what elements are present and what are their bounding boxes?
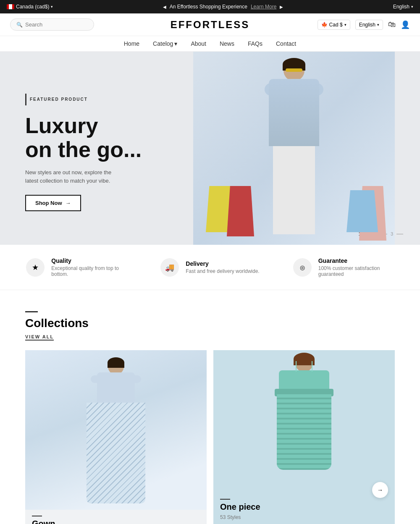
guarantee-icon: ◎ — [293, 258, 312, 277]
collections-grid: Gown 53 Styles — [25, 350, 395, 524]
shop-now-button[interactable]: Shop Now → — [25, 195, 81, 211]
hero-illustration — [193, 52, 395, 245]
cart-button[interactable]: 🛍 — [388, 20, 396, 29]
top-bar-promo: ◀ An Effortless Shopping Experience Lear… — [163, 4, 284, 10]
op-strap-left — [296, 361, 297, 372]
person-body — [269, 79, 319, 146]
promo-prev-button[interactable]: ◀ — [163, 5, 166, 9]
search-bar[interactable]: 🔍 — [10, 18, 94, 31]
currency-selector[interactable]: 🍁 Cad $ ▾ — [318, 20, 350, 30]
featured-text: FEATURED PRODUCT — [30, 97, 88, 102]
bag-blue — [346, 190, 378, 232]
language-dropdown-icon: ▾ — [377, 23, 379, 27]
catelog-dropdown-icon: ▾ — [174, 40, 177, 47]
main-nav: Home Catelog ▾ About News FAQs Contact — [0, 36, 420, 52]
nav-faqs[interactable]: FAQs — [248, 40, 262, 47]
collections-header: Collections VIEW ALL — [25, 311, 395, 340]
hero-image — [168, 52, 420, 245]
op-top — [279, 370, 329, 391]
delivery-icon: 🚚 — [160, 258, 179, 277]
region-label: Canada (cad$) — [16, 4, 49, 10]
quality-icon: ★ — [26, 258, 45, 277]
collections-section: Collections VIEW ALL Gown 53 — [0, 290, 420, 524]
onepiece-arrow-button[interactable]: → — [372, 482, 388, 498]
account-button[interactable]: 👤 — [401, 20, 410, 29]
brand-name: EFFORTLESS — [171, 19, 250, 31]
person-sunglasses — [286, 68, 302, 72]
top-bar-left: Canada (cad$) ▾ — [7, 4, 53, 10]
quality-desc: Exceptional quality from top to bottom. — [51, 265, 127, 277]
onepiece-figure — [262, 354, 346, 493]
nav-catelog[interactable]: Catelog ▾ — [153, 40, 177, 47]
header-actions: 🍁 Cad $ ▾ English ▾ 🛍 👤 — [318, 20, 410, 30]
person-pants — [273, 142, 315, 234]
collections-header-line — [25, 311, 38, 312]
gown-name: Gown — [32, 519, 200, 524]
hero-subtitle: New styles are out now, explore the late… — [25, 168, 118, 185]
guarantee-title: Guarantee — [318, 257, 394, 264]
view-all-link[interactable]: VIEW ALL — [25, 334, 54, 341]
quality-title: Quality — [51, 257, 127, 264]
nav-news[interactable]: News — [220, 40, 234, 47]
delivery-title: Delivery — [186, 260, 259, 267]
language-label: English — [359, 22, 375, 28]
top-bar-right: English ▾ — [393, 4, 413, 10]
gown-card[interactable]: Gown 53 Styles — [25, 350, 207, 524]
gown-card-label: Gown 53 Styles — [25, 510, 207, 524]
promo-next-button[interactable]: ▶ — [280, 5, 283, 9]
op-skirt — [277, 394, 331, 470]
header: 🔍 EFFORTLESS 🍁 Cad $ ▾ English ▾ 🛍 👤 — [0, 13, 420, 36]
slide-3-indicator[interactable]: 3 — [391, 231, 393, 236]
gown-skirt — [87, 403, 145, 503]
top-language-dropdown-icon[interactable]: ▾ — [411, 5, 413, 9]
hero-content: FEATURED PRODUCT Luxuryon the go... New … — [25, 94, 142, 211]
bag-red — [227, 186, 254, 236]
shop-now-label: Shop Now — [35, 200, 62, 206]
top-language-label: English — [393, 4, 410, 10]
gown-card-image — [25, 350, 207, 510]
nav-about[interactable]: About — [191, 40, 206, 47]
nav-home[interactable]: Home — [124, 40, 139, 47]
search-icon: 🔍 — [16, 22, 23, 28]
ca-flag-small: 🍁 — [321, 22, 328, 28]
hero-title: Luxuryon the go... — [25, 114, 142, 162]
hero-section: FEATURED PRODUCT Luxuryon the go... New … — [0, 52, 420, 245]
arrow-right-icon: → — [66, 200, 71, 206]
featured-bar-icon — [25, 94, 26, 105]
guarantee-desc: 100% customer satisfaction guaranteed — [318, 265, 394, 277]
onepiece-card-image — [213, 350, 395, 493]
search-input[interactable] — [25, 21, 84, 28]
collections-title: Collections — [25, 317, 395, 330]
featured-label: FEATURED PRODUCT — [25, 94, 142, 105]
features-strip: ★ Quality Exceptional quality from top t… — [0, 245, 420, 290]
person-container — [239, 60, 349, 241]
promo-text: An Effortless Shopping Experience — [170, 4, 247, 10]
learn-more-link[interactable]: Learn More — [251, 4, 276, 10]
onepiece-name: One piece — [220, 502, 388, 512]
canada-flag-icon — [7, 4, 14, 9]
gown-label-line — [32, 516, 42, 516]
nav-contact[interactable]: Contact — [276, 40, 296, 47]
collections-right-col: One piece 53 Styles → — [213, 350, 395, 524]
onepiece-card-label: One piece 53 Styles — [213, 493, 395, 524]
feature-delivery: 🚚 Delivery Fast and free delivery worldw… — [160, 258, 259, 277]
onepiece-label-line — [220, 499, 230, 500]
region-dropdown-icon[interactable]: ▾ — [51, 5, 53, 9]
currency-dropdown-icon: ▾ — [344, 23, 346, 27]
feature-guarantee: ◎ Guarantee 100% customer satisfaction g… — [293, 257, 394, 277]
onepiece-styles: 53 Styles — [220, 514, 241, 520]
feature-quality: ★ Quality Exceptional quality from top t… — [26, 257, 127, 277]
slide-3-line — [396, 234, 403, 234]
delivery-desc: Fast and free delivery worldwide. — [186, 268, 259, 274]
gown-figure — [78, 359, 154, 510]
gown-hair — [108, 357, 124, 368]
op-strap-right — [312, 361, 312, 372]
gown-arms — [91, 375, 141, 383]
currency-label: Cad $ — [329, 22, 343, 28]
language-selector[interactable]: English ▾ — [355, 20, 383, 30]
onepiece-card[interactable]: One piece 53 Styles → — [213, 350, 395, 524]
top-bar: Canada (cad$) ▾ ◀ An Effortless Shopping… — [0, 0, 420, 13]
